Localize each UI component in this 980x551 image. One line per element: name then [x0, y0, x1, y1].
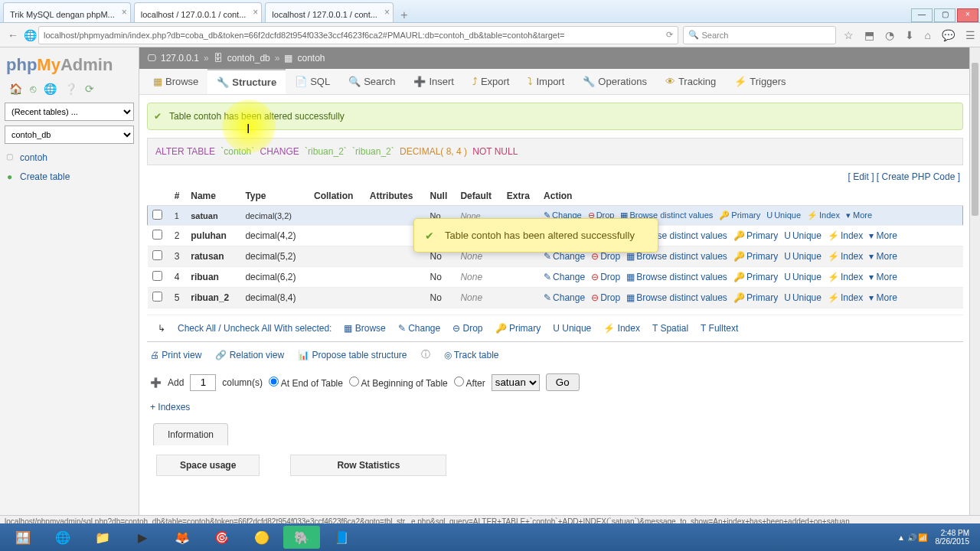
propose-link[interactable]: 📊 Propose table structure — [298, 350, 407, 360]
download-icon[interactable]: ⬇ — [905, 29, 914, 41]
add-after-radio[interactable] — [454, 377, 464, 386]
query-icon[interactable]: 🌐 — [44, 83, 57, 95]
close-button[interactable]: × — [957, 8, 978, 22]
add-begin-radio[interactable] — [349, 377, 359, 386]
index-link[interactable]: ⚡Index — [828, 251, 863, 262]
primary-link[interactable]: 🔑Primary — [733, 230, 778, 241]
search-input[interactable]: 🔍 Search — [683, 26, 836, 44]
docs-icon[interactable]: ❔ — [64, 83, 77, 95]
more-link[interactable]: ▾ More — [846, 210, 872, 220]
bulk-drop[interactable]: ⊖ Drop — [452, 323, 482, 334]
track-table-link[interactable]: ◎ Track table — [444, 350, 499, 360]
unique-link[interactable]: UUnique — [784, 272, 822, 282]
bulk-index[interactable]: ⚡ Index — [603, 323, 640, 334]
browser-tab[interactable]: localhost / 127.0.0.1 / cont...× — [134, 2, 263, 22]
taskbar[interactable]: 🪟 🌐 📁 ▶ 🦊 🎯 🟡 🐘 📘 ▲ 🔊 📶 2:48 PM8/26/2015 — [0, 523, 980, 551]
add-end-radio[interactable] — [269, 377, 279, 386]
primary-link[interactable]: 🔑Primary — [733, 251, 778, 262]
tab-triggers[interactable]: ⚡Triggers — [725, 70, 795, 93]
primary-link[interactable]: 🔑Primary — [733, 272, 778, 282]
chat-icon[interactable]: 💬 — [942, 29, 955, 41]
home-icon[interactable]: ⌂ — [925, 29, 931, 41]
print-view-link[interactable]: 🖨 Print view — [150, 350, 201, 360]
browse-distinct-link[interactable]: ▦Browse distinct values — [626, 272, 727, 282]
pocket-icon[interactable]: ◔ — [885, 29, 894, 41]
minimize-button[interactable]: — — [911, 8, 933, 22]
database-select[interactable]: contoh_db — [5, 126, 134, 144]
menu-icon[interactable]: ☰ — [965, 29, 975, 41]
explorer-icon[interactable]: 📁 — [84, 526, 121, 549]
new-tab-button[interactable]: + — [394, 8, 410, 22]
browse-distinct-link[interactable]: ▦Browse distinct values — [626, 251, 727, 262]
tab-sql[interactable]: 📄SQL — [286, 70, 339, 93]
add-after-select[interactable]: satuan — [492, 374, 540, 391]
create-table-link[interactable]: Create table — [5, 167, 134, 187]
bulk-change[interactable]: ✎ Change — [398, 323, 440, 334]
firefox-icon[interactable]: 🦊 — [164, 526, 201, 549]
start-button[interactable]: 🪟 — [5, 526, 41, 549]
bookmark-icon[interactable]: ☆ — [844, 29, 854, 41]
browser-tab[interactable]: Trik MySQL dengan phpM...× — [3, 2, 131, 22]
change-link[interactable]: ✎Change — [544, 292, 585, 303]
media-icon[interactable]: ▶ — [124, 526, 161, 549]
tab-import[interactable]: ⤵Import — [518, 70, 573, 93]
unique-link[interactable]: UUnique — [766, 210, 801, 220]
index-link[interactable]: ⚡Index — [828, 272, 863, 282]
bulk-unique[interactable]: U Unique — [553, 323, 591, 334]
drop-link[interactable]: ⊖Drop — [591, 272, 620, 282]
drop-link[interactable]: ⊖Drop — [591, 292, 620, 303]
reload-icon[interactable]: ⟳ — [85, 83, 94, 95]
row-checkbox[interactable] — [152, 230, 162, 240]
information-tab[interactable]: Information — [153, 423, 228, 445]
share-icon[interactable]: ⬒ — [864, 29, 874, 41]
row-checkbox[interactable] — [152, 210, 162, 220]
go-button[interactable]: Go — [546, 373, 580, 391]
app-icon[interactable]: 🟡 — [243, 526, 280, 549]
bulk-primary[interactable]: 🔑 Primary — [495, 323, 541, 334]
primary-link[interactable]: 🔑Primary — [719, 210, 760, 220]
home-icon[interactable]: 🏠 — [9, 83, 22, 95]
close-icon[interactable]: × — [253, 7, 258, 18]
unique-link[interactable]: UUnique — [784, 251, 822, 262]
more-link[interactable]: ▾ More — [869, 292, 897, 303]
check-all-link[interactable]: Check All / Uncheck All With selected: — [178, 323, 332, 334]
tab-browse[interactable]: ▦Browse — [144, 70, 207, 93]
change-link[interactable]: ✎Change — [544, 251, 585, 262]
more-link[interactable]: ▾ More — [869, 272, 897, 282]
word-icon[interactable]: 📘 — [323, 526, 360, 549]
create-php-link[interactable]: Create PHP Code — [881, 171, 955, 182]
tab-insert[interactable]: ➕Insert — [404, 70, 463, 93]
recent-tables-select[interactable]: (Recent tables) ... — [5, 103, 134, 121]
ie-icon[interactable]: 🌐 — [44, 526, 81, 549]
edit-sql-link[interactable]: Edit — [853, 171, 869, 182]
tab-search[interactable]: 🔍Search — [339, 70, 404, 93]
unique-link[interactable]: UUnique — [784, 230, 822, 241]
reload-icon[interactable]: ⟳ — [666, 30, 673, 40]
row-checkbox[interactable] — [152, 250, 162, 260]
more-link[interactable]: ▾ More — [869, 251, 897, 262]
browse-distinct-link[interactable]: ▦Browse distinct values — [626, 292, 727, 303]
row-checkbox[interactable] — [152, 271, 162, 281]
primary-link[interactable]: 🔑Primary — [733, 292, 778, 303]
sidebar-table-contoh[interactable]: contoh — [5, 148, 134, 167]
logout-icon[interactable]: ⎋ — [30, 83, 36, 95]
maximize-button[interactable]: ▢ — [934, 8, 956, 22]
change-link[interactable]: ✎Change — [544, 272, 585, 282]
tray-icons[interactable]: ▲ 🔊 📶 — [897, 533, 927, 542]
tab-export[interactable]: ⤴Export — [463, 70, 519, 93]
browser-tab[interactable]: localhost / 127.0.0.1 / cont...× — [265, 2, 394, 22]
add-count-input[interactable] — [190, 374, 216, 391]
tab-structure[interactable]: 🔧Structure — [207, 69, 286, 94]
close-icon[interactable]: × — [122, 7, 127, 18]
url-input[interactable]: localhost/phpmyadmin/index.php?db=coba_d… — [38, 26, 678, 44]
tab-operations[interactable]: 🔧Operations — [573, 70, 656, 93]
index-link[interactable]: ⚡Index — [828, 292, 863, 303]
bulk-browse[interactable]: ▦ Browse — [344, 323, 385, 334]
bulk-spatial[interactable]: T Spatial — [652, 323, 688, 334]
unique-link[interactable]: UUnique — [784, 292, 822, 303]
system-tray[interactable]: ▲ 🔊 📶 2:48 PM8/26/2015 — [897, 529, 975, 546]
close-icon[interactable]: × — [384, 7, 390, 18]
app-icon[interactable]: 🐘 — [283, 526, 320, 549]
more-link[interactable]: ▾ More — [869, 230, 897, 241]
scrollbar[interactable] — [969, 47, 980, 523]
